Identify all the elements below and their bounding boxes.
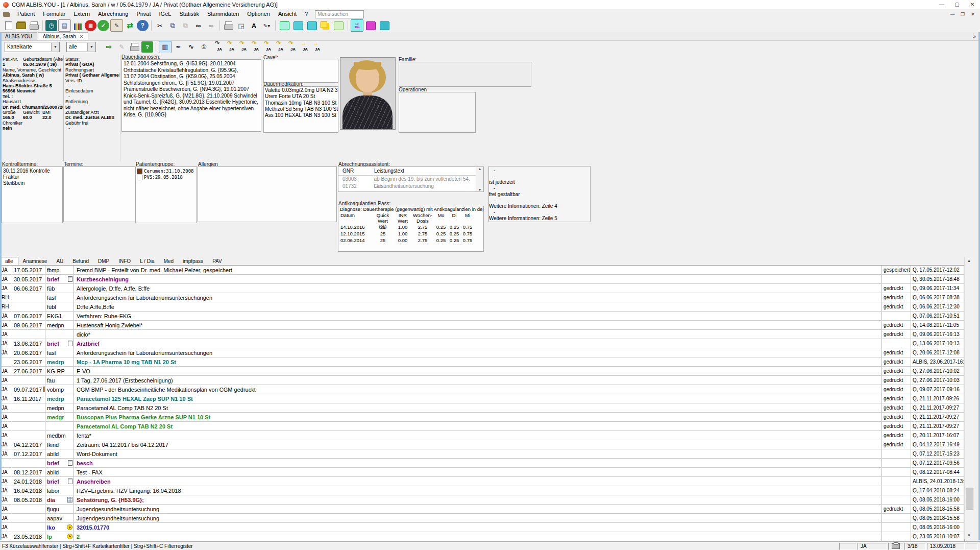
menu-item-privat[interactable]: Privat [132,9,155,19]
stop-barcode-icon[interactable]: ≣ [85,20,96,31]
scroll-up-icon[interactable]: ▲ [965,257,973,265]
app-menu-icon[interactable] [3,12,10,17]
note-yellow-icon[interactable] [320,20,331,31]
table-row[interactable]: JA06.06.2017fübAllergologie, D:ffe, A:ff… [0,284,964,293]
table-row[interactable]: JA20.06.2017faslAnforderungsschein für L… [0,348,964,357]
paste-icon[interactable]: ⧉ [180,20,191,31]
record-tab-info[interactable]: INFO [114,257,135,265]
dauermedikation-box[interactable]: Valette 0.03mg/2.0mg UTA N2 3X21 StUrem … [263,86,338,133]
search-next-icon[interactable]: ∞ [205,20,217,31]
filter-select[interactable]: alle ▼ [66,42,96,52]
ja-stamp-icon-4[interactable]: ↷JA [250,41,262,52]
statistics-icon[interactable] [72,20,84,31]
copy-icon[interactable]: ⧉ [167,20,179,31]
patientengruppe-entry[interactable]: Cerumen;31.10.2008 [136,168,197,174]
record-tab-dmp[interactable]: DMP [93,257,114,265]
font-icon[interactable]: A [248,20,260,31]
record-tab-befund[interactable]: Befund [68,257,93,265]
record-tab-pav[interactable]: PAV [208,257,227,265]
antikoagulantien-row[interactable]: 14.10.2016251.002.750.250.250.75 [338,224,483,230]
ink-pen-icon[interactable]: ✒ [173,41,184,53]
menu-item-stammdaten[interactable]: Stammdaten [203,9,243,19]
close-button[interactable]: ✕ [965,1,980,9]
marker-icon[interactable]: ✎▾ [261,20,273,31]
menu-search-input[interactable]: Menü suchen [315,10,364,18]
abrechnung-row[interactable]: 01732Gesundheitsuntersuchung [338,183,483,190]
abrechnung-scrollbar[interactable]: ▲▼ [476,167,483,192]
table-row[interactable]: JAmedpnParacetamol AL Comp TAB N2 20 Stg… [0,403,964,413]
table-row[interactable]: JA27.06.2017KG-RPE-VOgedrucktQ, 27.06.20… [0,367,964,376]
antikoagulantien-row[interactable]: 12.10.2015251.002.750.250.250.75 [338,230,483,237]
ja-stamp-icon-9[interactable]: →JA [311,41,324,52]
antikoagulantien-box[interactable]: Diagnose: Dauertherapie (gegenwärtig) mi… [338,206,484,252]
kontrolltermine-box[interactable]: 30.11.2016 Kontrolle FrakturSteißbein [2,166,63,223]
hi13a-icon[interactable]: HI 13a [351,19,363,32]
scroll-down-icon[interactable]: ▼ [965,532,973,539]
menu-item-formular[interactable]: Formular [39,9,69,19]
edit-pencil-icon[interactable]: ✎ [116,41,128,53]
view-select[interactable]: Karteikarte ▼ [5,42,60,52]
refresh-icon[interactable]: ⇄ [124,20,136,31]
menu-item-ansicht[interactable]: Ansicht [274,9,301,19]
ja-stamp-icon-1[interactable]: ↷JA [213,41,226,52]
form-cyan-icon[interactable] [293,21,303,30]
table-row[interactable]: 23.06.2017medrpMcp - 1A Pharma 10 mg TAB… [0,357,964,367]
table-row[interactable]: JA24.01.2018briefAnschreibenALBIS, 24.01… [0,477,964,486]
table-row[interactable]: briefbeschQ, 07.12.2017-09:56 [0,459,964,468]
child-minimize-icon[interactable]: — [948,12,957,17]
ok-check-icon[interactable]: ✓ [97,20,109,31]
menu-item-abrechnung[interactable]: Abrechnung [94,9,132,19]
table-row[interactable]: JA16.11.2017medrpParacetamol 125 HEXAL Z… [0,394,964,403]
form-teal-icon[interactable] [380,21,389,30]
print-small-icon[interactable] [129,41,140,53]
table-row[interactable]: JA09.06.2017medpnHustensaft Honig Zwiebe… [0,321,964,330]
cave-box[interactable] [263,60,338,83]
ja-stamp-icon-3[interactable]: ↷JA [238,41,250,52]
table-row[interactable]: JA04.12.2017fkindZeitraum: 04.12.2017 bi… [0,440,964,449]
allergien-box[interactable] [198,166,337,222]
record-tab-med[interactable]: Med [159,257,178,265]
clipboard-edit-icon[interactable]: ✎ [110,19,123,32]
new-document-icon[interactable] [3,20,14,31]
planner-clock-icon[interactable]: ◷ [45,20,57,31]
table-row[interactable]: JAmedgrBuscopan Plus Pharma Gerke Arzne … [0,413,964,422]
dauerdiagnosen-box[interactable]: 12.01.2004 Sehstörung, G. {H53.9G}, 20.0… [121,59,261,132]
familie-box[interactable] [399,62,531,87]
form-magenta-icon[interactable] [366,21,376,30]
child-restore-icon[interactable]: ❐ [959,12,967,17]
antikoagulantien-row[interactable]: 02.06.2014250.002.750.250.250.75 [338,237,483,244]
table-row[interactable]: JAdiclo*gedrucktQ, 09.06.2017-16:13 [0,330,964,339]
open-folder-icon[interactable] [15,20,27,31]
record-tab-au[interactable]: AU [52,257,68,265]
ja-stamp-icon-6[interactable]: ↷JA [275,41,287,52]
record-tab-impfpass[interactable]: impfpass [178,257,208,265]
table-row[interactable]: RHfüblD:ffe,A:ffe,B:ffegedrucktQ, 06.06.… [0,302,964,312]
table-row[interactable]: JA08.05.2018diaSehstörung, G. {H53.9G};Q… [0,495,964,505]
wave-icon[interactable]: ∿ [185,41,197,53]
table-row[interactable]: JA30.05.2017briefKurzbescheinigungQ, 30.… [0,275,964,284]
menu-item-patient[interactable]: Patient [13,9,39,19]
form-split-icon[interactable] [280,21,289,30]
statusbar-printer-cell[interactable] [888,543,903,550]
menu-item-statistik[interactable]: Statistik [175,9,203,19]
child-close-icon[interactable]: ✕ [969,12,977,17]
record-tab-ldia[interactable]: L / Dia [135,257,159,265]
menu-item-optionen[interactable]: Optionen [243,9,274,19]
print-icon[interactable] [223,20,234,31]
cut-icon[interactable]: ✂ [154,20,166,31]
record-tab-anamnese[interactable]: Anamnese [18,257,52,265]
table-row[interactable]: JA16.04.2018laborHZV=Ergebnis: HZV Einga… [0,486,964,495]
termine-box[interactable] [63,166,135,222]
close-icon[interactable]: ✕ [80,34,84,39]
table-row[interactable]: JA07.06.2017EKG1Verfahren: Ruhe-EKGQ, 07… [0,312,964,321]
table-row[interactable]: JAfau1 Tag, 27.06.2017 (Erstbescheinigun… [0,376,964,385]
export-icon[interactable]: ⇨ [103,41,115,53]
patientengruppe-entry[interactable]: PVS;29.05.2018 [136,174,197,180]
card-index-icon[interactable]: ▤ [58,19,71,32]
table-row[interactable]: JAaapavJugendgesundheitsuntersuchungQ, 0… [0,514,964,523]
print-preview-icon[interactable]: ◲ [235,20,247,31]
print-form-icon[interactable] [28,20,40,31]
resize-grip[interactable] [966,543,978,550]
table-row[interactable]: JAParacetamol AL Comp TAB N2 20 Stgedruc… [0,422,964,431]
menu-item-[interactable]: ? [301,9,312,19]
